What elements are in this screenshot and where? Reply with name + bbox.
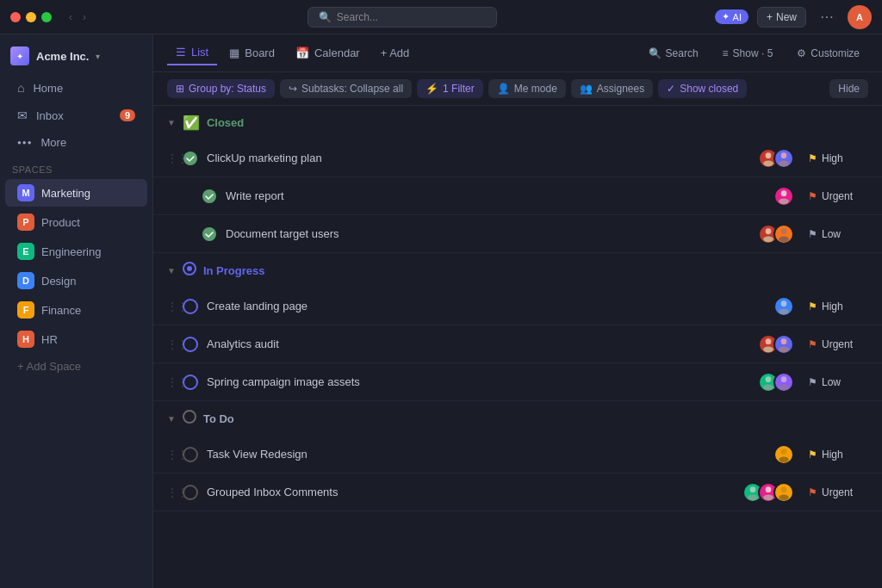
hide-chip[interactable]: Hide	[829, 79, 868, 98]
customize-button[interactable]: ⚙ Customize	[788, 43, 868, 64]
sidebar-item-design[interactable]: D Design	[5, 267, 147, 294]
avatar	[773, 296, 794, 317]
task-priority: ⚑ Low	[808, 376, 868, 388]
task-name: Document target users	[226, 227, 758, 240]
group-by-filter[interactable]: ⊞ Group by: Status	[167, 79, 275, 98]
sidebar-more-label: More	[41, 136, 67, 149]
section-header-closed[interactable]: ▼ ✅ Closed	[153, 106, 882, 139]
svg-point-8	[202, 227, 216, 241]
section-header-todo[interactable]: ▼ To Do	[153, 401, 882, 436]
hr-dot: H	[17, 331, 34, 348]
table-row[interactable]: Document target users ⚑ Low	[153, 215, 882, 253]
add-space-button[interactable]: + Add Space	[5, 355, 147, 378]
filter-chip[interactable]: ⚡ 1 Filter	[417, 79, 483, 98]
row-checkbox[interactable]	[183, 485, 198, 500]
table-row[interactable]: ⋮⋮ Task View Redesign ⚑ High	[153, 436, 882, 473]
svg-point-32	[183, 486, 197, 499]
search-icon: 🔍	[319, 11, 332, 23]
new-button[interactable]: + New	[757, 7, 806, 28]
sidebar-item-home[interactable]: ⌂ Home	[5, 75, 147, 101]
nav-arrows: ‹ ›	[65, 9, 90, 25]
assignees-chip[interactable]: 👥 Assignees	[571, 79, 653, 98]
row-checkbox[interactable]	[183, 447, 198, 462]
priority-flag-icon: ⚑	[808, 338, 817, 350]
task-priority: ⚑ Urgent	[808, 486, 868, 498]
priority-label: Urgent	[822, 338, 853, 350]
priority-label: Low	[822, 376, 841, 388]
show-button[interactable]: ≡ Show · 5	[714, 43, 782, 64]
workspace-header[interactable]: ✦ Acme Inc. ▾	[0, 41, 152, 71]
svg-point-29	[183, 448, 197, 461]
subtasks-filter[interactable]: ↪ Subtasks: Collapse all	[280, 79, 412, 98]
window-controls	[10, 12, 52, 22]
section-header-inprogress[interactable]: ▼ In Progress	[153, 253, 882, 288]
apps-grid-icon[interactable]: ⋯	[815, 5, 839, 29]
filter-icon: ⚡	[425, 83, 438, 95]
sidebar-item-more[interactable]: ●●● More	[5, 130, 147, 155]
svg-point-25	[763, 384, 773, 390]
svg-point-2	[763, 160, 773, 166]
more-icon: ●●●	[17, 139, 33, 146]
back-arrow[interactable]: ‹	[65, 9, 76, 25]
avatar	[773, 372, 794, 393]
user-avatar[interactable]: A	[848, 5, 872, 29]
svg-point-38	[779, 494, 789, 500]
priority-flag-icon: ⚑	[808, 486, 817, 498]
minimize-window-button[interactable]	[26, 12, 36, 22]
row-checkbox[interactable]	[202, 189, 217, 204]
svg-point-1	[766, 152, 772, 158]
svg-point-34	[748, 494, 758, 500]
drag-handle-icon: ⋮⋮	[167, 486, 179, 498]
add-view-button[interactable]: + Add	[372, 41, 419, 65]
priority-label: Urgent	[822, 190, 853, 202]
sidebar-item-product[interactable]: P Product	[5, 208, 147, 236]
row-checkbox[interactable]	[183, 374, 198, 390]
table-row[interactable]: ⋮⋮ ClickUp marketing plan ⚑ High	[153, 139, 882, 177]
forward-arrow[interactable]: ›	[79, 9, 90, 25]
tab-calendar[interactable]: 📅 Calendar	[287, 41, 369, 65]
show-closed-chip[interactable]: ✓ Show closed	[658, 79, 747, 98]
sidebar: ✦ Acme Inc. ▾ ⌂ Home ✉ Inbox 9 ●●● More …	[0, 34, 153, 588]
row-checkbox[interactable]	[183, 151, 198, 166]
add-view-label: + Add	[381, 46, 410, 59]
finance-dot: F	[17, 301, 34, 319]
assignees-label: Assignees	[597, 83, 644, 95]
closed-chevron-icon: ▼	[167, 118, 176, 127]
task-name: Write report	[226, 189, 773, 202]
workspace-name: Acme Inc.	[36, 50, 89, 63]
task-assignees	[758, 372, 794, 393]
tab-list[interactable]: ☰ List	[167, 40, 217, 65]
todo-chevron-icon: ▼	[167, 414, 176, 424]
sidebar-item-finance[interactable]: F Finance	[5, 296, 147, 324]
sidebar-item-hr[interactable]: H HR	[5, 325, 147, 353]
table-row[interactable]: ⋮⋮ Create landing page ⚑ High	[153, 288, 882, 325]
design-label: Design	[41, 275, 76, 288]
table-row[interactable]: ⋮⋮ Grouped Inbox Comments	[153, 473, 882, 511]
maximize-window-button[interactable]	[41, 12, 52, 22]
ai-badge[interactable]: ✦ AI	[715, 9, 748, 24]
task-name: Create landing page	[207, 300, 773, 313]
sidebar-item-engineering[interactable]: E Engineering	[5, 238, 147, 265]
row-checkbox[interactable]	[202, 226, 217, 242]
spaces-label: Spaces	[0, 156, 152, 178]
list-tab-icon: ☰	[176, 46, 186, 59]
content-area: ☰ List ▦ Board 📅 Calendar + Add 🔍 Search	[153, 34, 882, 588]
table-row[interactable]: ⋮⋮ Analytics audit ⚑ Urgent	[153, 325, 882, 363]
svg-point-5	[202, 189, 216, 203]
me-mode-chip[interactable]: 👤 Me mode	[488, 79, 566, 98]
search-button[interactable]: 🔍 Search	[640, 43, 707, 64]
table-row[interactable]: Write report ⚑ Urgent	[153, 177, 882, 215]
table-row[interactable]: ⋮⋮ Spring campaign image assets ⚑ Low	[153, 363, 882, 401]
sidebar-item-marketing[interactable]: M Marketing	[5, 179, 147, 207]
row-checkbox[interactable]	[183, 337, 198, 352]
drag-handle-icon: ⋮⋮	[167, 376, 179, 388]
sidebar-item-inbox[interactable]: ✉ Inbox 9	[5, 102, 147, 128]
task-name: Analytics audit	[207, 337, 758, 350]
global-search-bar[interactable]: 🔍 Search...	[307, 7, 497, 28]
tab-board[interactable]: ▦ Board	[220, 41, 283, 65]
close-window-button[interactable]	[10, 12, 21, 22]
me-mode-icon: 👤	[497, 83, 510, 95]
task-name: ClickUp marketing plan	[207, 152, 758, 164]
plus-icon: +	[767, 11, 773, 23]
row-checkbox[interactable]	[183, 299, 198, 314]
